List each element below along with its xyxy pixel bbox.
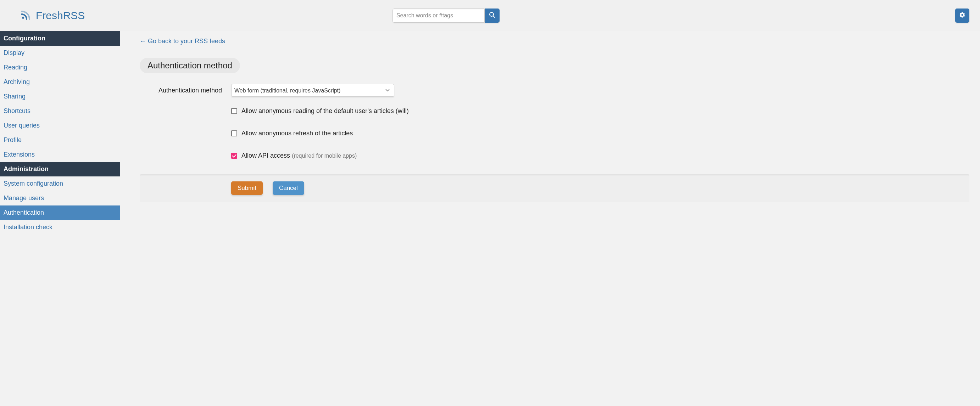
header: FreshRSS [0,0,980,31]
search-button[interactable] [485,8,500,23]
allow-anon-refresh-row: Allow anonymous refresh of the articles [231,130,969,137]
settings-button[interactable] [955,8,969,23]
brand-link[interactable]: FreshRSS [19,8,85,23]
submit-button[interactable]: Submit [231,181,263,195]
sidebar-item-archiving[interactable]: Archiving [0,75,120,89]
rss-logo-icon [19,8,32,23]
sidebar-head-administration: Administration [0,162,120,176]
auth-method-label: Authentication method [140,87,231,94]
sidebar: Configuration Display Reading Archiving … [0,31,120,406]
sidebar-item-shortcuts[interactable]: Shortcuts [0,104,120,118]
sidebar-item-authentication[interactable]: Authentication [0,206,120,220]
sidebar-item-profile[interactable]: Profile [0,133,120,147]
allow-api-label-muted: (required for mobile apps) [292,153,357,159]
sidebar-item-system-configuration[interactable]: System configuration [0,176,120,191]
auth-method-row: Authentication method Web form (traditio… [140,84,969,97]
search-input[interactable] [393,8,485,23]
back-link[interactable]: ← Go back to your RSS feeds [140,38,225,45]
sidebar-item-display[interactable]: Display [0,46,120,60]
brand-name: FreshRSS [36,10,85,22]
main-content: ← Go back to your RSS feeds Authenticati… [120,31,980,406]
search-form [393,8,500,23]
svg-point-0 [22,17,24,19]
sidebar-head-configuration: Configuration [0,31,120,46]
allow-api-label[interactable]: Allow API access (required for mobile ap… [242,152,357,159]
allow-anon-read-checkbox[interactable] [231,108,237,114]
svg-line-2 [493,16,495,18]
sidebar-item-manage-users[interactable]: Manage users [0,191,120,206]
allow-anon-refresh-checkbox[interactable] [231,130,237,136]
sidebar-item-extensions[interactable]: Extensions [0,147,120,162]
page-title: Authentication method [140,58,240,73]
sidebar-item-sharing[interactable]: Sharing [0,89,120,104]
allow-anon-read-row: Allow anonymous reading of the default u… [231,107,969,115]
allow-api-label-text: Allow API access [242,152,292,159]
allow-anon-refresh-label[interactable]: Allow anonymous refresh of the articles [242,130,353,137]
search-icon [489,12,495,19]
allow-api-row: Allow API access (required for mobile ap… [231,152,969,159]
sidebar-item-installation-check[interactable]: Installation check [0,220,120,235]
cancel-button[interactable]: Cancel [273,181,304,195]
sidebar-item-user-queries[interactable]: User queries [0,118,120,133]
form-actions: Submit Cancel [140,174,969,202]
gear-icon [959,12,966,19]
auth-method-select[interactable]: Web form (traditional, requires JavaScri… [231,84,394,97]
sidebar-item-reading[interactable]: Reading [0,60,120,75]
allow-api-checkbox[interactable] [231,153,237,159]
allow-anon-read-label[interactable]: Allow anonymous reading of the default u… [242,107,409,115]
